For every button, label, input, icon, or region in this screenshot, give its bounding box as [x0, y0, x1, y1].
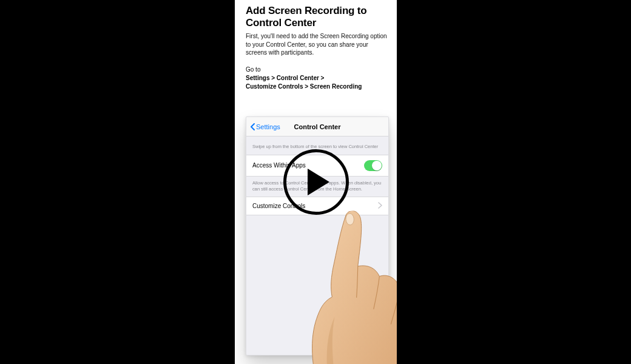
- path-line-2: Customize Controls > Screen Recording: [246, 83, 362, 90]
- ios-navbar: Settings Control Center: [246, 117, 388, 136]
- empty-area: [246, 215, 388, 355]
- back-button[interactable]: Settings: [246, 123, 280, 130]
- instruction-text-block: Add Screen Recording to Control Center F…: [246, 5, 390, 91]
- goto-label: Go to: [246, 66, 260, 73]
- chevron-right-icon: [378, 202, 382, 210]
- lead-paragraph: First, you'll need to add the Screen Rec…: [246, 32, 390, 57]
- play-button[interactable]: [283, 149, 349, 215]
- back-chevron-icon: [250, 123, 255, 130]
- page-title: Add Screen Recording to Control Center: [246, 5, 390, 29]
- title-line-2: Control Center: [246, 17, 316, 29]
- navigation-path: Go to Settings > Control Center > Custom…: [246, 66, 390, 91]
- title-line-1: Add Screen Recording to: [246, 5, 366, 16]
- access-toggle[interactable]: [364, 160, 382, 171]
- path-line-1: Settings > Control Center >: [246, 75, 324, 81]
- play-icon: [308, 169, 329, 195]
- back-label: Settings: [256, 123, 280, 130]
- video-frame: Add Screen Recording to Control Center F…: [235, 0, 397, 364]
